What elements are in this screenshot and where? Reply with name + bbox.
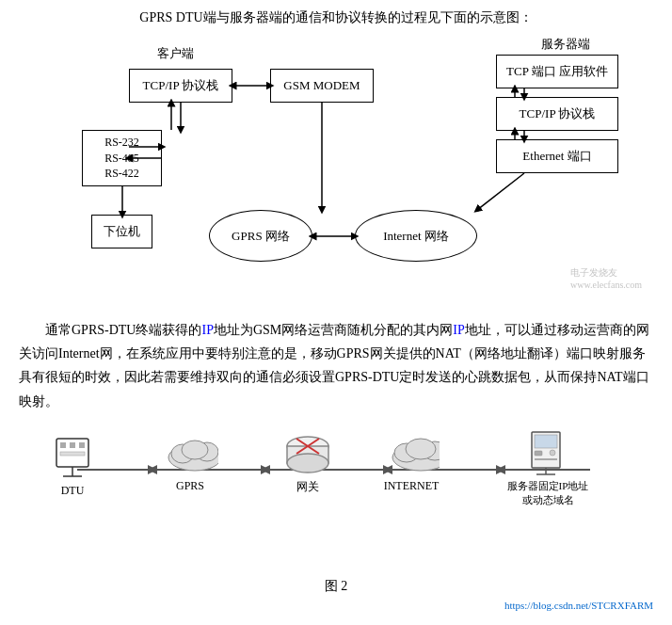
intro-text: GPRS DTU端与服务器端的通信和协议转换的过程见下面的示意图： <box>19 9 653 26</box>
d2-item-gprs: GPRS <box>162 427 218 493</box>
internet-label: INTERNET <box>384 479 440 493</box>
internet-icon <box>383 427 440 479</box>
gprs-icon <box>162 427 218 479</box>
ip-highlight: IP <box>201 323 213 337</box>
ellipse-gprs: GPRS 网络 <box>209 210 312 262</box>
d2-item-internet: INTERNET <box>383 427 440 493</box>
svg-line-11 <box>477 173 524 210</box>
label-client: 客户端 <box>157 45 194 62</box>
gprs-label: GPRS <box>176 479 204 493</box>
svg-rect-28 <box>60 452 85 456</box>
label-server: 服务器端 <box>541 36 590 53</box>
paragraph: 通常GPRS-DTU终端获得的IP地址为GSM网络运营商随机分配的其内网IP地址… <box>19 318 653 413</box>
box-ethernet: Ethernet 端口 <box>496 139 618 173</box>
svg-rect-27 <box>79 442 85 448</box>
diagram1: 客户端 服务器端 TCP/IP 协议栈 GSM MODEM TCP 端口 应用软… <box>25 36 647 309</box>
box-rs: RS-232 RS-485 RS-422 <box>82 130 162 186</box>
box-tcp-port-app: TCP 端口 应用软件 <box>496 55 618 88</box>
svg-rect-26 <box>70 442 75 448</box>
box-tcpip-client: TCP/IP 协议栈 <box>129 69 232 103</box>
dtu-label: DTU <box>61 484 85 498</box>
svg-rect-45 <box>535 435 557 448</box>
diagram2: DTU GPRS 网关 <box>25 423 647 573</box>
footer-url: https://blog.csdn.net/STCRXFARM <box>19 600 653 611</box>
box-gsm: GSM MODEM <box>270 69 374 103</box>
d2-item-server: 服务器固定IP地址 或动态域名 <box>505 427 590 508</box>
box-lower: 下位机 <box>91 215 152 248</box>
watermark: 电子发烧友www.elecfans.com <box>570 266 642 290</box>
dtu-icon <box>44 432 101 484</box>
svg-rect-46 <box>535 451 542 456</box>
server-icon <box>515 427 581 479</box>
svg-point-37 <box>287 454 328 473</box>
svg-rect-25 <box>60 442 66 448</box>
ellipse-internet: Internet 网络 <box>355 210 477 262</box>
figure-label: 图 2 <box>19 578 653 595</box>
box-tcpip-server: TCP/IP 协议栈 <box>496 97 618 131</box>
d2-item-dtu: DTU <box>44 432 101 498</box>
svg-point-47 <box>550 450 555 456</box>
server-label: 服务器固定IP地址 或动态域名 <box>507 479 589 508</box>
ip2-highlight: IP <box>453 323 464 337</box>
d2-item-gateway: 网关 <box>280 427 336 495</box>
svg-point-34 <box>182 441 208 459</box>
gateway-icon <box>280 427 336 479</box>
svg-rect-48 <box>535 458 557 460</box>
svg-point-43 <box>406 439 436 459</box>
gateway-label: 网关 <box>296 479 319 495</box>
